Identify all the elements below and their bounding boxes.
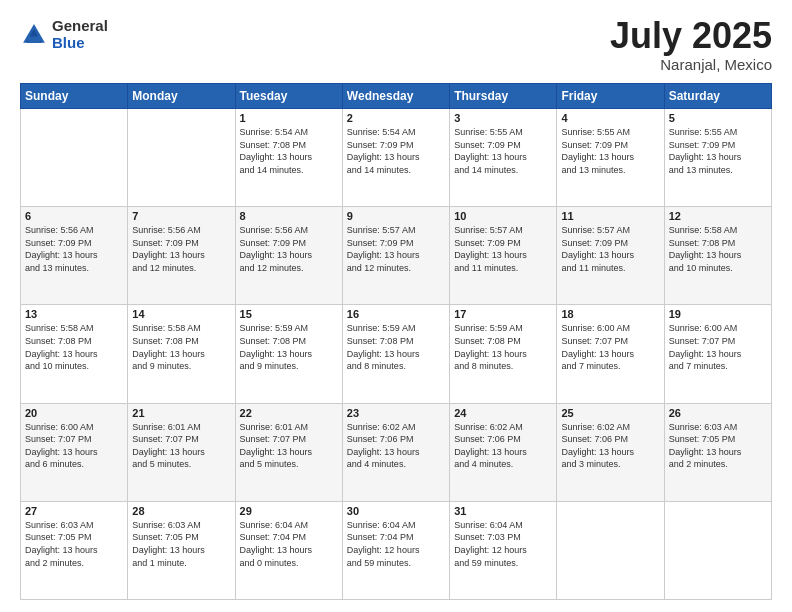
day-number: 27 bbox=[25, 505, 123, 517]
calendar-cell: 25Sunrise: 6:02 AM Sunset: 7:06 PM Dayli… bbox=[557, 403, 664, 501]
logo-blue: Blue bbox=[52, 34, 85, 51]
col-thursday: Thursday bbox=[450, 84, 557, 109]
day-number: 23 bbox=[347, 407, 445, 419]
col-tuesday: Tuesday bbox=[235, 84, 342, 109]
day-info: Sunrise: 5:58 AM Sunset: 7:08 PM Dayligh… bbox=[669, 224, 767, 274]
day-number: 12 bbox=[669, 210, 767, 222]
day-info: Sunrise: 6:00 AM Sunset: 7:07 PM Dayligh… bbox=[561, 322, 659, 372]
day-info: Sunrise: 6:04 AM Sunset: 7:03 PM Dayligh… bbox=[454, 519, 552, 569]
day-number: 2 bbox=[347, 112, 445, 124]
calendar-cell: 14Sunrise: 5:58 AM Sunset: 7:08 PM Dayli… bbox=[128, 305, 235, 403]
day-number: 9 bbox=[347, 210, 445, 222]
day-number: 26 bbox=[669, 407, 767, 419]
logo-general: General bbox=[52, 17, 108, 34]
calendar-cell: 5Sunrise: 5:55 AM Sunset: 7:09 PM Daylig… bbox=[664, 109, 771, 207]
calendar-week-0: 1Sunrise: 5:54 AM Sunset: 7:08 PM Daylig… bbox=[21, 109, 772, 207]
day-info: Sunrise: 5:56 AM Sunset: 7:09 PM Dayligh… bbox=[240, 224, 338, 274]
col-wednesday: Wednesday bbox=[342, 84, 449, 109]
day-number: 5 bbox=[669, 112, 767, 124]
day-number: 10 bbox=[454, 210, 552, 222]
day-number: 17 bbox=[454, 308, 552, 320]
title-month: July 2025 bbox=[610, 18, 772, 54]
day-info: Sunrise: 5:59 AM Sunset: 7:08 PM Dayligh… bbox=[240, 322, 338, 372]
col-friday: Friday bbox=[557, 84, 664, 109]
day-number: 25 bbox=[561, 407, 659, 419]
calendar-cell: 8Sunrise: 5:56 AM Sunset: 7:09 PM Daylig… bbox=[235, 207, 342, 305]
day-info: Sunrise: 6:02 AM Sunset: 7:06 PM Dayligh… bbox=[561, 421, 659, 471]
calendar-cell: 2Sunrise: 5:54 AM Sunset: 7:09 PM Daylig… bbox=[342, 109, 449, 207]
day-number: 16 bbox=[347, 308, 445, 320]
calendar-cell: 17Sunrise: 5:59 AM Sunset: 7:08 PM Dayli… bbox=[450, 305, 557, 403]
calendar-cell: 7Sunrise: 5:56 AM Sunset: 7:09 PM Daylig… bbox=[128, 207, 235, 305]
day-info: Sunrise: 6:01 AM Sunset: 7:07 PM Dayligh… bbox=[240, 421, 338, 471]
day-number: 8 bbox=[240, 210, 338, 222]
day-number: 15 bbox=[240, 308, 338, 320]
day-number: 19 bbox=[669, 308, 767, 320]
calendar-cell: 6Sunrise: 5:56 AM Sunset: 7:09 PM Daylig… bbox=[21, 207, 128, 305]
logo-text: General Blue bbox=[52, 18, 108, 51]
calendar-cell: 28Sunrise: 6:03 AM Sunset: 7:05 PM Dayli… bbox=[128, 501, 235, 599]
calendar-week-2: 13Sunrise: 5:58 AM Sunset: 7:08 PM Dayli… bbox=[21, 305, 772, 403]
calendar-cell bbox=[557, 501, 664, 599]
day-info: Sunrise: 6:02 AM Sunset: 7:06 PM Dayligh… bbox=[347, 421, 445, 471]
calendar-cell: 4Sunrise: 5:55 AM Sunset: 7:09 PM Daylig… bbox=[557, 109, 664, 207]
day-info: Sunrise: 6:00 AM Sunset: 7:07 PM Dayligh… bbox=[669, 322, 767, 372]
day-number: 24 bbox=[454, 407, 552, 419]
page: General Blue July 2025 Naranjal, Mexico … bbox=[0, 0, 792, 612]
calendar-cell: 27Sunrise: 6:03 AM Sunset: 7:05 PM Dayli… bbox=[21, 501, 128, 599]
day-number: 20 bbox=[25, 407, 123, 419]
day-number: 22 bbox=[240, 407, 338, 419]
calendar-cell: 30Sunrise: 6:04 AM Sunset: 7:04 PM Dayli… bbox=[342, 501, 449, 599]
calendar-cell: 29Sunrise: 6:04 AM Sunset: 7:04 PM Dayli… bbox=[235, 501, 342, 599]
svg-rect-2 bbox=[28, 36, 40, 42]
day-info: Sunrise: 5:59 AM Sunset: 7:08 PM Dayligh… bbox=[347, 322, 445, 372]
title-block: July 2025 Naranjal, Mexico bbox=[610, 18, 772, 73]
col-sunday: Sunday bbox=[21, 84, 128, 109]
day-info: Sunrise: 5:59 AM Sunset: 7:08 PM Dayligh… bbox=[454, 322, 552, 372]
day-info: Sunrise: 5:56 AM Sunset: 7:09 PM Dayligh… bbox=[25, 224, 123, 274]
day-info: Sunrise: 5:55 AM Sunset: 7:09 PM Dayligh… bbox=[669, 126, 767, 176]
day-number: 3 bbox=[454, 112, 552, 124]
calendar-cell: 9Sunrise: 5:57 AM Sunset: 7:09 PM Daylig… bbox=[342, 207, 449, 305]
day-info: Sunrise: 5:55 AM Sunset: 7:09 PM Dayligh… bbox=[561, 126, 659, 176]
day-number: 28 bbox=[132, 505, 230, 517]
calendar-cell: 18Sunrise: 6:00 AM Sunset: 7:07 PM Dayli… bbox=[557, 305, 664, 403]
calendar-cell bbox=[128, 109, 235, 207]
day-info: Sunrise: 5:58 AM Sunset: 7:08 PM Dayligh… bbox=[25, 322, 123, 372]
calendar-cell: 16Sunrise: 5:59 AM Sunset: 7:08 PM Dayli… bbox=[342, 305, 449, 403]
day-number: 13 bbox=[25, 308, 123, 320]
calendar-cell: 1Sunrise: 5:54 AM Sunset: 7:08 PM Daylig… bbox=[235, 109, 342, 207]
col-saturday: Saturday bbox=[664, 84, 771, 109]
day-number: 30 bbox=[347, 505, 445, 517]
logo: General Blue bbox=[20, 18, 108, 51]
day-info: Sunrise: 6:03 AM Sunset: 7:05 PM Dayligh… bbox=[669, 421, 767, 471]
day-info: Sunrise: 6:03 AM Sunset: 7:05 PM Dayligh… bbox=[132, 519, 230, 569]
day-number: 29 bbox=[240, 505, 338, 517]
calendar-cell: 21Sunrise: 6:01 AM Sunset: 7:07 PM Dayli… bbox=[128, 403, 235, 501]
calendar-cell: 20Sunrise: 6:00 AM Sunset: 7:07 PM Dayli… bbox=[21, 403, 128, 501]
col-monday: Monday bbox=[128, 84, 235, 109]
day-info: Sunrise: 6:02 AM Sunset: 7:06 PM Dayligh… bbox=[454, 421, 552, 471]
day-info: Sunrise: 6:00 AM Sunset: 7:07 PM Dayligh… bbox=[25, 421, 123, 471]
calendar-cell: 15Sunrise: 5:59 AM Sunset: 7:08 PM Dayli… bbox=[235, 305, 342, 403]
day-info: Sunrise: 5:57 AM Sunset: 7:09 PM Dayligh… bbox=[347, 224, 445, 274]
day-number: 21 bbox=[132, 407, 230, 419]
day-number: 4 bbox=[561, 112, 659, 124]
calendar-week-1: 6Sunrise: 5:56 AM Sunset: 7:09 PM Daylig… bbox=[21, 207, 772, 305]
calendar-header-row: Sunday Monday Tuesday Wednesday Thursday… bbox=[21, 84, 772, 109]
calendar-week-4: 27Sunrise: 6:03 AM Sunset: 7:05 PM Dayli… bbox=[21, 501, 772, 599]
day-info: Sunrise: 6:04 AM Sunset: 7:04 PM Dayligh… bbox=[240, 519, 338, 569]
day-info: Sunrise: 6:04 AM Sunset: 7:04 PM Dayligh… bbox=[347, 519, 445, 569]
calendar-table: Sunday Monday Tuesday Wednesday Thursday… bbox=[20, 83, 772, 600]
calendar-cell: 11Sunrise: 5:57 AM Sunset: 7:09 PM Dayli… bbox=[557, 207, 664, 305]
calendar-cell: 13Sunrise: 5:58 AM Sunset: 7:08 PM Dayli… bbox=[21, 305, 128, 403]
day-number: 14 bbox=[132, 308, 230, 320]
day-info: Sunrise: 5:54 AM Sunset: 7:08 PM Dayligh… bbox=[240, 126, 338, 176]
title-location: Naranjal, Mexico bbox=[610, 56, 772, 73]
calendar-cell: 23Sunrise: 6:02 AM Sunset: 7:06 PM Dayli… bbox=[342, 403, 449, 501]
header: General Blue July 2025 Naranjal, Mexico bbox=[20, 18, 772, 73]
day-number: 7 bbox=[132, 210, 230, 222]
calendar-cell: 12Sunrise: 5:58 AM Sunset: 7:08 PM Dayli… bbox=[664, 207, 771, 305]
calendar-cell: 3Sunrise: 5:55 AM Sunset: 7:09 PM Daylig… bbox=[450, 109, 557, 207]
calendar-cell: 31Sunrise: 6:04 AM Sunset: 7:03 PM Dayli… bbox=[450, 501, 557, 599]
